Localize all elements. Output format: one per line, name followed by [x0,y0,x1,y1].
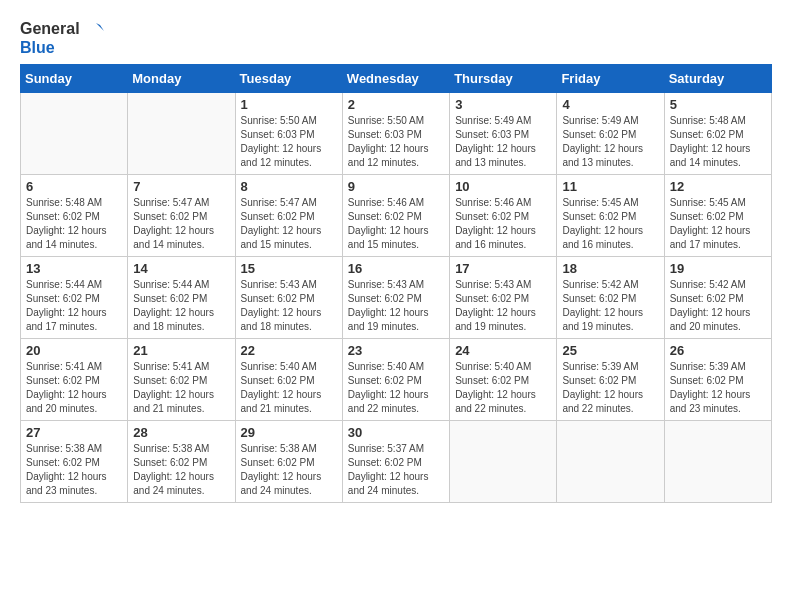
day-number: 3 [455,97,551,112]
header: General Blue [20,20,772,56]
calendar-cell: 18Sunrise: 5:42 AM Sunset: 6:02 PM Dayli… [557,257,664,339]
day-info: Sunrise: 5:50 AM Sunset: 6:03 PM Dayligh… [348,114,444,170]
day-number: 1 [241,97,337,112]
calendar-header-row: SundayMondayTuesdayWednesdayThursdayFrid… [21,65,772,93]
day-info: Sunrise: 5:42 AM Sunset: 6:02 PM Dayligh… [562,278,658,334]
calendar-cell: 9Sunrise: 5:46 AM Sunset: 6:02 PM Daylig… [342,175,449,257]
logo: General Blue [20,20,104,56]
calendar-cell: 16Sunrise: 5:43 AM Sunset: 6:02 PM Dayli… [342,257,449,339]
calendar-cell [664,421,771,503]
calendar-cell: 20Sunrise: 5:41 AM Sunset: 6:02 PM Dayli… [21,339,128,421]
col-header-monday: Monday [128,65,235,93]
svg-marker-1 [96,27,104,31]
calendar-cell: 27Sunrise: 5:38 AM Sunset: 6:02 PM Dayli… [21,421,128,503]
day-number: 10 [455,179,551,194]
col-header-thursday: Thursday [450,65,557,93]
week-row-2: 6Sunrise: 5:48 AM Sunset: 6:02 PM Daylig… [21,175,772,257]
day-info: Sunrise: 5:49 AM Sunset: 6:02 PM Dayligh… [562,114,658,170]
calendar-cell [128,93,235,175]
calendar-cell: 17Sunrise: 5:43 AM Sunset: 6:02 PM Dayli… [450,257,557,339]
calendar-cell [557,421,664,503]
week-row-5: 27Sunrise: 5:38 AM Sunset: 6:02 PM Dayli… [21,421,772,503]
day-info: Sunrise: 5:43 AM Sunset: 6:02 PM Dayligh… [241,278,337,334]
calendar-cell: 22Sunrise: 5:40 AM Sunset: 6:02 PM Dayli… [235,339,342,421]
col-header-tuesday: Tuesday [235,65,342,93]
calendar-cell: 26Sunrise: 5:39 AM Sunset: 6:02 PM Dayli… [664,339,771,421]
day-info: Sunrise: 5:48 AM Sunset: 6:02 PM Dayligh… [26,196,122,252]
calendar-cell: 13Sunrise: 5:44 AM Sunset: 6:02 PM Dayli… [21,257,128,339]
calendar-cell: 15Sunrise: 5:43 AM Sunset: 6:02 PM Dayli… [235,257,342,339]
week-row-1: 1Sunrise: 5:50 AM Sunset: 6:03 PM Daylig… [21,93,772,175]
day-number: 25 [562,343,658,358]
logo-blue: Blue [20,39,55,56]
day-info: Sunrise: 5:39 AM Sunset: 6:02 PM Dayligh… [562,360,658,416]
day-info: Sunrise: 5:40 AM Sunset: 6:02 PM Dayligh… [348,360,444,416]
day-info: Sunrise: 5:42 AM Sunset: 6:02 PM Dayligh… [670,278,766,334]
calendar: SundayMondayTuesdayWednesdayThursdayFrid… [20,64,772,503]
week-row-3: 13Sunrise: 5:44 AM Sunset: 6:02 PM Dayli… [21,257,772,339]
calendar-cell: 30Sunrise: 5:37 AM Sunset: 6:02 PM Dayli… [342,421,449,503]
day-info: Sunrise: 5:45 AM Sunset: 6:02 PM Dayligh… [562,196,658,252]
week-row-4: 20Sunrise: 5:41 AM Sunset: 6:02 PM Dayli… [21,339,772,421]
day-number: 12 [670,179,766,194]
day-info: Sunrise: 5:49 AM Sunset: 6:03 PM Dayligh… [455,114,551,170]
day-info: Sunrise: 5:39 AM Sunset: 6:02 PM Dayligh… [670,360,766,416]
day-number: 8 [241,179,337,194]
day-info: Sunrise: 5:41 AM Sunset: 6:02 PM Dayligh… [133,360,229,416]
calendar-cell: 23Sunrise: 5:40 AM Sunset: 6:02 PM Dayli… [342,339,449,421]
calendar-cell [21,93,128,175]
col-header-saturday: Saturday [664,65,771,93]
day-info: Sunrise: 5:44 AM Sunset: 6:02 PM Dayligh… [133,278,229,334]
day-number: 22 [241,343,337,358]
logo-bird-icon [86,21,104,39]
calendar-cell: 21Sunrise: 5:41 AM Sunset: 6:02 PM Dayli… [128,339,235,421]
day-number: 6 [26,179,122,194]
day-number: 19 [670,261,766,276]
logo-general: General [20,20,80,37]
calendar-cell: 5Sunrise: 5:48 AM Sunset: 6:02 PM Daylig… [664,93,771,175]
calendar-cell: 19Sunrise: 5:42 AM Sunset: 6:02 PM Dayli… [664,257,771,339]
day-number: 24 [455,343,551,358]
day-info: Sunrise: 5:46 AM Sunset: 6:02 PM Dayligh… [455,196,551,252]
calendar-cell: 24Sunrise: 5:40 AM Sunset: 6:02 PM Dayli… [450,339,557,421]
calendar-cell: 8Sunrise: 5:47 AM Sunset: 6:02 PM Daylig… [235,175,342,257]
day-number: 23 [348,343,444,358]
day-number: 7 [133,179,229,194]
day-info: Sunrise: 5:41 AM Sunset: 6:02 PM Dayligh… [26,360,122,416]
calendar-cell: 3Sunrise: 5:49 AM Sunset: 6:03 PM Daylig… [450,93,557,175]
calendar-cell [450,421,557,503]
day-number: 29 [241,425,337,440]
day-info: Sunrise: 5:47 AM Sunset: 6:02 PM Dayligh… [133,196,229,252]
col-header-sunday: Sunday [21,65,128,93]
calendar-cell: 1Sunrise: 5:50 AM Sunset: 6:03 PM Daylig… [235,93,342,175]
day-info: Sunrise: 5:43 AM Sunset: 6:02 PM Dayligh… [348,278,444,334]
calendar-cell: 10Sunrise: 5:46 AM Sunset: 6:02 PM Dayli… [450,175,557,257]
calendar-cell: 25Sunrise: 5:39 AM Sunset: 6:02 PM Dayli… [557,339,664,421]
day-number: 15 [241,261,337,276]
day-info: Sunrise: 5:38 AM Sunset: 6:02 PM Dayligh… [26,442,122,498]
day-number: 21 [133,343,229,358]
day-info: Sunrise: 5:44 AM Sunset: 6:02 PM Dayligh… [26,278,122,334]
col-header-wednesday: Wednesday [342,65,449,93]
day-info: Sunrise: 5:50 AM Sunset: 6:03 PM Dayligh… [241,114,337,170]
calendar-cell: 11Sunrise: 5:45 AM Sunset: 6:02 PM Dayli… [557,175,664,257]
day-number: 4 [562,97,658,112]
svg-marker-0 [96,23,104,31]
day-info: Sunrise: 5:46 AM Sunset: 6:02 PM Dayligh… [348,196,444,252]
day-info: Sunrise: 5:37 AM Sunset: 6:02 PM Dayligh… [348,442,444,498]
day-number: 28 [133,425,229,440]
calendar-cell: 28Sunrise: 5:38 AM Sunset: 6:02 PM Dayli… [128,421,235,503]
calendar-cell: 29Sunrise: 5:38 AM Sunset: 6:02 PM Dayli… [235,421,342,503]
day-number: 30 [348,425,444,440]
calendar-cell: 6Sunrise: 5:48 AM Sunset: 6:02 PM Daylig… [21,175,128,257]
calendar-cell: 12Sunrise: 5:45 AM Sunset: 6:02 PM Dayli… [664,175,771,257]
day-info: Sunrise: 5:48 AM Sunset: 6:02 PM Dayligh… [670,114,766,170]
day-number: 20 [26,343,122,358]
day-info: Sunrise: 5:38 AM Sunset: 6:02 PM Dayligh… [133,442,229,498]
day-number: 2 [348,97,444,112]
calendar-cell: 14Sunrise: 5:44 AM Sunset: 6:02 PM Dayli… [128,257,235,339]
day-number: 16 [348,261,444,276]
col-header-friday: Friday [557,65,664,93]
day-number: 5 [670,97,766,112]
calendar-cell: 4Sunrise: 5:49 AM Sunset: 6:02 PM Daylig… [557,93,664,175]
